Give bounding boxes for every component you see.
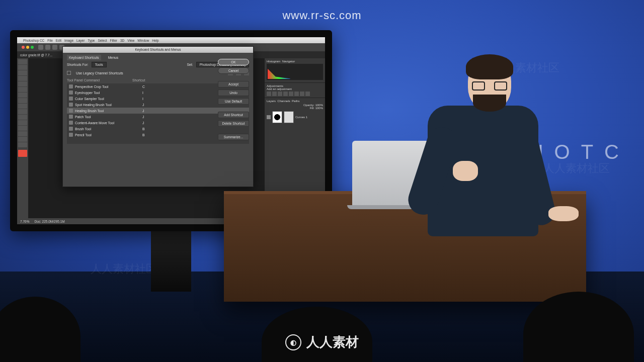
hand-tool-icon[interactable] xyxy=(18,137,27,142)
crop-tool-icon[interactable] xyxy=(18,76,27,81)
layer-thumb-icon[interactable] xyxy=(272,111,282,123)
zoom-readout[interactable]: 7.76% xyxy=(20,220,29,223)
app-name[interactable]: Photoshop CC xyxy=(23,39,44,42)
adjustment-icon[interactable] xyxy=(283,92,288,96)
gradient-tool-icon[interactable] xyxy=(18,109,27,114)
watermark-brand: ◐ 人人素材 xyxy=(285,333,359,351)
tool-icon xyxy=(69,127,73,131)
visibility-eye-icon[interactable] xyxy=(267,115,271,119)
eyedropper-tool-icon[interactable] xyxy=(18,81,27,86)
zoom-tool-icon[interactable] xyxy=(18,142,27,147)
eraser-tool-icon[interactable] xyxy=(18,104,27,109)
shape-tool-icon[interactable] xyxy=(18,131,27,136)
menu-help[interactable]: Help xyxy=(152,39,158,42)
healing-brush-tool-icon[interactable] xyxy=(18,87,27,92)
watermark-brand-text: 人人素材 xyxy=(306,333,359,351)
legacy-checkbox[interactable] xyxy=(67,71,71,75)
adjustment-icon[interactable] xyxy=(294,92,299,96)
tab-menus[interactable]: Menus xyxy=(106,55,120,60)
adjustment-icon[interactable] xyxy=(267,92,271,96)
tool-name: Perspective Crop Tool xyxy=(75,85,140,88)
adjustment-icon[interactable] xyxy=(289,92,293,96)
watermark-url: www.rr-sc.com xyxy=(282,9,361,22)
zoom-icon[interactable] xyxy=(31,46,34,49)
tool-name: Pencil Tool xyxy=(75,133,140,137)
accept-button[interactable]: Accept xyxy=(218,81,249,87)
layers-tab[interactable]: Layers xyxy=(267,100,276,103)
menu-select[interactable]: Select xyxy=(98,39,107,42)
tool-option-icon[interactable] xyxy=(52,45,57,50)
histogram-graph xyxy=(267,64,323,80)
set-label: Set: xyxy=(187,63,193,66)
tools-panel[interactable] xyxy=(17,58,28,218)
use-default-button[interactable]: Use Default xyxy=(218,98,249,105)
cancel-button[interactable]: Cancel xyxy=(218,67,249,74)
tool-name: Color Sampler Tool xyxy=(75,97,140,101)
tool-option-icon[interactable] xyxy=(45,45,50,50)
window-traffic-lights[interactable] xyxy=(19,44,36,50)
menu-image[interactable]: Image xyxy=(64,39,73,42)
histogram-panel[interactable]: Histogram Navigator xyxy=(265,58,325,83)
adjustment-icon[interactable] xyxy=(278,92,282,96)
home-icon[interactable] xyxy=(38,45,43,50)
marquee-tool-icon[interactable] xyxy=(18,65,27,70)
histogram-tab[interactable]: Histogram xyxy=(267,60,280,63)
menu-view[interactable]: View xyxy=(127,39,134,42)
layer-row[interactable]: Curves 1 xyxy=(267,111,323,123)
channels-tab[interactable]: Channels xyxy=(277,100,290,103)
fill-label: Fill: xyxy=(310,107,314,110)
menu-file[interactable]: File xyxy=(47,39,52,42)
menu-edit[interactable]: Edit xyxy=(56,39,61,42)
adjustments-hint: Add an adjustment xyxy=(267,87,292,90)
ok-button[interactable]: OK xyxy=(218,59,249,65)
docsize-readout: Doc: 225.0M/295.1M xyxy=(34,220,64,223)
col-command: Tool Panel Command xyxy=(67,78,132,82)
tool-icon xyxy=(69,133,73,137)
tool-icon xyxy=(69,115,73,119)
navigator-tab[interactable]: Navigator xyxy=(282,60,295,63)
menu-3d[interactable]: 3D xyxy=(120,39,124,42)
pen-tool-icon[interactable] xyxy=(18,120,27,125)
foreground-color-swatch[interactable] xyxy=(18,150,27,157)
menu-layer[interactable]: Layer xyxy=(76,39,85,42)
adjustment-icon[interactable] xyxy=(305,92,310,96)
move-tool-icon[interactable] xyxy=(18,59,27,64)
delete-shortcut-button[interactable]: Delete Shortcut xyxy=(218,120,249,127)
shortcuts-for-label: Shortcuts For: xyxy=(67,63,89,66)
adjustment-icon[interactable] xyxy=(300,92,304,96)
macos-menubar[interactable]: Photoshop CC File Edit Image Layer Type … xyxy=(17,37,325,43)
tool-name: Content-Aware Move Tool xyxy=(75,121,140,125)
document-tab[interactable]: color grade.tif @ 7.7... xyxy=(20,53,52,57)
fill-value[interactable]: 100% xyxy=(315,107,323,110)
adjustments-panel[interactable]: Adjustments Add an adjustment xyxy=(265,83,325,98)
tool-icon xyxy=(69,109,73,113)
paths-tab[interactable]: Paths xyxy=(292,100,299,103)
presenter-person xyxy=(397,45,579,256)
tool-icon xyxy=(69,90,73,95)
summarize-button[interactable]: Summarize... xyxy=(218,134,249,140)
tool-icon xyxy=(69,121,73,125)
menu-type[interactable]: Type xyxy=(88,39,95,42)
shortcuts-for-dropdown[interactable]: Tools xyxy=(92,62,107,67)
tool-icon xyxy=(69,97,73,101)
add-shortcut-button[interactable]: Add Shortcut xyxy=(218,112,249,118)
tool-name: Healing Brush Tool xyxy=(75,109,140,113)
tool-name: Patch Tool xyxy=(75,115,140,119)
menu-window[interactable]: Window xyxy=(137,39,149,42)
adjustment-icon[interactable] xyxy=(272,92,277,96)
lasso-tool-icon[interactable] xyxy=(18,70,27,75)
type-tool-icon[interactable] xyxy=(18,126,27,131)
minimize-icon[interactable] xyxy=(26,46,29,49)
menu-filter[interactable]: Filter xyxy=(110,39,117,42)
monitor-stand xyxy=(151,231,191,292)
tab-keyboard-shortcuts[interactable]: Keyboard Shortcuts xyxy=(67,55,101,60)
close-icon[interactable] xyxy=(22,46,25,49)
undo-button[interactable]: Undo xyxy=(218,89,249,96)
layer-mask-thumb-icon[interactable] xyxy=(284,111,294,123)
layer-name[interactable]: Curves 1 xyxy=(295,116,307,119)
tool-name: Spot Healing Brush Tool xyxy=(75,103,140,107)
brush-tool-icon[interactable] xyxy=(18,93,27,98)
dodge-tool-icon[interactable] xyxy=(18,115,27,120)
legacy-checkbox-label: Use Legacy Channel Shortcuts xyxy=(76,71,123,75)
clone-stamp-tool-icon[interactable] xyxy=(18,98,27,103)
